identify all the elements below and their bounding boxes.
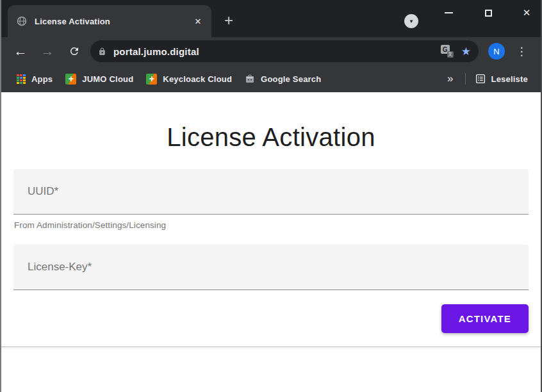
window-close-button[interactable]: ✕ xyxy=(514,4,539,22)
uuid-input[interactable] xyxy=(13,169,529,215)
page-divider xyxy=(1,347,541,347)
window-minimize-button[interactable] xyxy=(436,4,461,22)
bookmark-apps[interactable]: Apps xyxy=(10,70,59,88)
globe-favicon-icon xyxy=(17,16,27,26)
reading-list-icon xyxy=(475,73,486,85)
briefcase-favicon-icon xyxy=(245,74,255,84)
window-maximize-button[interactable] xyxy=(475,4,501,22)
license-key-input[interactable] xyxy=(13,245,529,290)
url-text[interactable]: portal.jumo.digital xyxy=(113,46,441,57)
window-close-icon: ✕ xyxy=(523,7,531,19)
jumo-plus-icon: + xyxy=(146,74,157,85)
activate-button[interactable]: ACTIVATE xyxy=(441,304,529,333)
tab-search-icon[interactable]: ▼ xyxy=(404,14,418,28)
bookmarks-overflow-chevron-icon[interactable]: » xyxy=(441,72,459,85)
bookmarks-divider xyxy=(465,73,466,85)
apps-grid-icon xyxy=(17,74,26,84)
browser-window: License Activation ✕ + ▼ ✕ ← → portal.ju… xyxy=(0,0,542,392)
forward-button[interactable]: → xyxy=(34,40,61,62)
page-content: License Activation From Administration/S… xyxy=(1,92,541,392)
translate-icon[interactable]: G 文 xyxy=(441,45,454,58)
button-row: ACTIVATE xyxy=(13,304,529,333)
bookmark-star-icon[interactable]: ★ xyxy=(461,45,471,58)
tab-strip: License Activation ✕ + ▼ ✕ xyxy=(1,0,541,37)
license-activation-form: From Administration/Settings/Licensing A… xyxy=(13,169,529,333)
bookmark-jumo-cloud[interactable]: + JUMO Cloud xyxy=(59,70,140,88)
uuid-helper-text: From Administration/Settings/Licensing xyxy=(14,220,528,230)
jumo-plus-icon: + xyxy=(65,74,76,85)
reading-list-button[interactable]: Leseliste xyxy=(471,73,532,85)
reload-icon xyxy=(69,45,80,57)
tab-license-activation[interactable]: License Activation ✕ xyxy=(8,5,211,37)
page-title: License Activation xyxy=(1,92,541,152)
tab-title: License Activation xyxy=(35,17,191,26)
bookmarks-right-group: » Leseliste xyxy=(441,72,532,85)
tab-close-icon[interactable]: ✕ xyxy=(191,14,205,28)
profile-avatar[interactable]: N xyxy=(488,43,505,60)
address-bar[interactable]: portal.jumo.digital G 文 ★ xyxy=(90,40,479,62)
maximize-icon xyxy=(485,10,492,17)
minimize-icon xyxy=(445,12,453,13)
lock-icon xyxy=(98,47,106,56)
reading-list-label: Leseliste xyxy=(491,74,528,84)
reload-button[interactable] xyxy=(61,40,88,62)
bookmark-google-search[interactable]: Google Search xyxy=(238,70,327,88)
bookmark-keycloack-cloud[interactable]: + Keycloack Cloud xyxy=(140,70,238,88)
new-tab-button[interactable]: + xyxy=(219,11,238,30)
bookmarks-bar: Apps + JUMO Cloud + Keycloack Cloud Goog… xyxy=(1,65,541,92)
back-button[interactable]: ← xyxy=(7,40,34,62)
navigation-toolbar: ← → portal.jumo.digital G 文 ★ N ⋮ xyxy=(1,37,541,65)
browser-menu-icon[interactable]: ⋮ xyxy=(514,45,529,58)
